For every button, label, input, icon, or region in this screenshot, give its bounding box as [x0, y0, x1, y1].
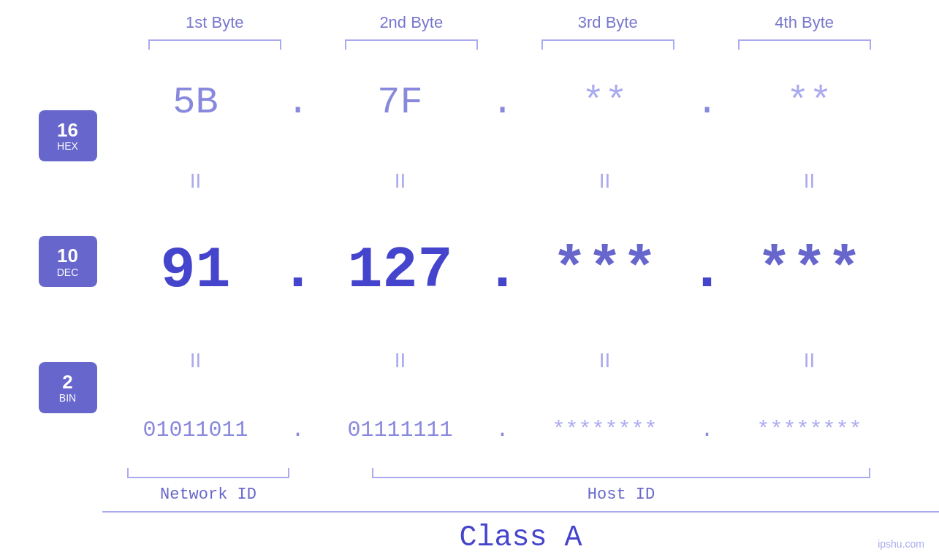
host-bracket: Host ID — [351, 467, 892, 504]
host-bracket-svg — [365, 467, 877, 481]
byte1-header: 1st Byte — [116, 13, 313, 32]
dec-dot2: . — [484, 237, 521, 304]
content-area: 16 HEX 10 DEC 2 BIN 5B . — [0, 58, 939, 465]
equals-row-2: II II II II — [112, 350, 894, 372]
eq2-b1: II — [112, 349, 280, 372]
hex-number: 16 — [57, 120, 78, 141]
bin-label: BIN — [59, 392, 76, 404]
bin-b1: 01011011 — [112, 418, 280, 442]
hex-dot1: . — [280, 81, 316, 124]
bracket-byte1 — [116, 37, 313, 51]
dec-dot3: . — [689, 237, 726, 304]
dec-number: 10 — [57, 245, 78, 266]
eq1-b1: II — [112, 169, 280, 193]
hex-dot2: . — [484, 81, 521, 124]
dec-b2: 127 — [316, 237, 484, 304]
dec-dot1: . — [280, 237, 316, 304]
eq1-b3: II — [521, 169, 689, 193]
dec-label: DEC — [57, 266, 79, 278]
bin-dot3: . — [689, 418, 726, 442]
dec-row: 91 . 127 . *** . *** — [112, 237, 894, 304]
class-label: Class A — [459, 521, 582, 554]
hex-badge: 16 HEX — [39, 110, 97, 161]
equals-row-1: II II II II — [112, 170, 894, 192]
bin-b2: 01111111 — [316, 418, 484, 442]
byte3-header: 3rd Byte — [509, 13, 706, 32]
eq2-b4: II — [726, 349, 894, 372]
bracket-byte3 — [509, 37, 706, 51]
bin-badge: 2 BIN — [39, 362, 97, 413]
network-id-label: Network ID — [160, 486, 256, 504]
byte-headers: 1st Byte 2nd Byte 3rd Byte 4th Byte — [0, 0, 939, 32]
bottom-brackets-area: Network ID Host ID — [0, 467, 939, 504]
base-labels: 16 HEX 10 DEC 2 BIN — [9, 58, 112, 465]
hex-b1: 5B — [112, 81, 280, 124]
eq2-b3: II — [521, 349, 689, 372]
dec-b3: *** — [521, 237, 689, 304]
bin-number: 2 — [62, 372, 72, 393]
dec-b1: 91 — [112, 237, 280, 304]
dec-badge: 10 DEC — [39, 236, 97, 287]
eq2-b2: II — [316, 349, 484, 372]
hex-b4: ** — [726, 81, 894, 124]
footer-url: ipshu.com — [878, 538, 924, 550]
bin-b4: ******** — [726, 418, 894, 442]
hex-dot3: . — [689, 81, 726, 124]
dec-b4: *** — [726, 237, 894, 304]
hex-label: HEX — [57, 140, 78, 152]
class-row: Class A — [102, 511, 939, 560]
top-brackets — [0, 37, 939, 51]
bin-dot1: . — [280, 418, 316, 442]
values-grid: 5B . 7F . ** . ** — [112, 58, 894, 465]
eq1-b4: II — [726, 169, 894, 193]
bin-dot2: . — [484, 418, 521, 442]
network-bracket: Network ID — [102, 467, 314, 504]
network-bracket-svg — [121, 467, 296, 481]
eq1-b2: II — [316, 169, 484, 193]
hex-row: 5B . 7F . ** . ** — [112, 81, 894, 124]
bin-row: 01011011 . 01111111 . ******** . — [112, 418, 894, 442]
bin-b3: ******** — [521, 418, 689, 442]
main-container: 1st Byte 2nd Byte 3rd Byte 4th Byte — [0, 0, 939, 560]
bracket-byte2 — [313, 37, 509, 51]
byte2-header: 2nd Byte — [313, 13, 509, 32]
byte4-header: 4th Byte — [706, 13, 902, 32]
hex-b2: 7F — [316, 81, 484, 124]
host-id-label: Host ID — [588, 486, 655, 504]
bracket-byte4 — [706, 37, 902, 51]
hex-b3: ** — [521, 81, 689, 124]
